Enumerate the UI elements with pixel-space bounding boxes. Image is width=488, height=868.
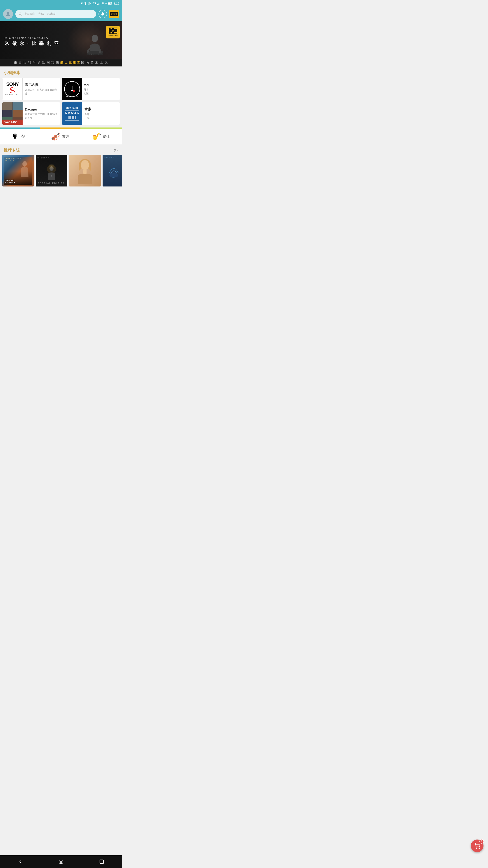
bluetooth-icon: ✖	[80, 2, 83, 5]
sony-logo: SONY CLASSICAL ™	[2, 78, 23, 100]
svg-rect-6	[98, 3, 99, 5]
meister-card-desc: 日本地区	[84, 88, 119, 95]
naxos-card[interactable]: 30 YEARS NAXOS 拿索 全球厂牌	[62, 102, 120, 125]
album2-title: SPECIAL EDITION	[38, 182, 65, 184]
search-placeholder: 搜索歌曲、专辑、艺术家	[24, 12, 56, 16]
dacapo-card-desc: 丹麦国立唱片品牌 - Hi-Res独家首发	[25, 112, 58, 120]
meister-card[interactable]: ♩ MEISTER MUSIC Mei 日本地区	[62, 78, 120, 100]
svg-rect-7	[99, 3, 99, 5]
dacapo-logo: DACAPO	[2, 102, 23, 125]
search-icon	[19, 12, 22, 16]
svg-marker-23	[112, 30, 114, 32]
lte-label: LTE	[92, 2, 96, 5]
naxos-card-desc: 全球厂牌	[85, 112, 118, 120]
album-card-1[interactable]: LIVING STEREO VET · A · A DEATH ANDTHE M…	[2, 155, 34, 186]
album-card-3[interactable]	[69, 155, 101, 186]
status-icons: ✖ LTE 76% 3:19	[80, 2, 119, 5]
albums-section-title: 推荐专辑	[4, 148, 20, 153]
video-label: 专辑附送视频	[108, 34, 118, 36]
video-badge[interactable]: 专辑附送视频	[106, 26, 120, 38]
microphone-icon: 🎙	[11, 132, 19, 141]
sony-card-name: 索尼古典	[25, 83, 58, 87]
bluetooth-icon	[84, 2, 87, 5]
svg-point-13	[19, 13, 21, 15]
dacapo-card[interactable]: DACAPO Dacapo 丹麦国立唱片品牌 - Hi-Res独家首发	[2, 102, 60, 125]
svg-point-25	[73, 90, 75, 92]
meister-card-info: Mei 日本地区	[82, 81, 120, 97]
section-title-recommended: 小编推荐	[0, 66, 122, 78]
albums-header: 推荐专辑 多>	[0, 145, 122, 155]
svg-text:The: The	[112, 177, 116, 178]
banner-subtitle-highlight: 爵 士 三 重 奏	[60, 61, 80, 65]
banner-content: MICHELINO BISCEGLIA 米 歇 尔 · 比 塞 利 亚	[0, 21, 122, 59]
albums-scroll: LIVING STEREO VET · A · A DEATH ANDTHE M…	[0, 155, 122, 186]
album-card-2[interactable]: 驯·SONAR SPECIAL EDITION	[36, 155, 67, 186]
header-right: Hi-Res AUDIO	[98, 10, 119, 18]
violin-icon: 🎻	[51, 132, 60, 141]
svg-rect-30	[84, 169, 87, 174]
albums-more-button[interactable]: 多>	[113, 148, 119, 152]
alarm-icon	[88, 2, 91, 5]
recommended-section: 小编推荐 SONY CLASSIC	[0, 66, 122, 125]
hires-badge: Hi-Res AUDIO	[109, 10, 119, 18]
sony-card-desc: 索尼古典 - 官方正版Hi-Res音源	[25, 88, 58, 95]
albums-section: 推荐专辑 多> LIVING STEREO VET · A · A DEATH …	[0, 145, 122, 189]
search-bar[interactable]: 搜索歌曲、专辑、艺术家	[15, 10, 96, 18]
sony-card[interactable]: SONY CLASSICAL ™ 索尼古典 索尼古	[2, 78, 60, 100]
banner-subtitle-end: 国 内 首 发 上 线	[81, 61, 108, 65]
svg-line-2	[89, 4, 90, 4]
album2-label: 驯·SONAR	[37, 157, 50, 159]
genre-classical[interactable]: 🎻 古典	[51, 132, 69, 141]
avatar[interactable]	[3, 9, 13, 19]
svg-point-15	[92, 35, 98, 42]
svg-rect-10	[111, 3, 112, 4]
saxophone-icon: 🎷	[92, 132, 101, 141]
meister-logo: ♩ MEISTER MUSIC	[62, 78, 82, 100]
genre-classical-label: 古典	[62, 134, 69, 139]
svg-point-26	[22, 161, 27, 166]
svg-rect-11	[108, 3, 110, 4]
battery-percent: 76%	[102, 2, 107, 5]
naxos-card-name: 拿索	[85, 107, 118, 112]
album4-label: LORI SUITE	[104, 156, 114, 158]
time-display: 3:19	[113, 2, 119, 5]
genre-section: 🎙 流行 🎻 古典 🎷 爵士	[0, 129, 122, 145]
film-icon	[109, 28, 117, 34]
meister-card-name: Mei	[84, 83, 119, 87]
bell-icon	[101, 12, 105, 16]
svg-rect-8	[100, 2, 100, 5]
svg-point-12	[7, 12, 9, 14]
pianist-image	[84, 29, 106, 59]
banner-subtitle: 来 自 比 利 时 的 欧 洲 顶 级 爵 士 三 重 奏 国 内 首 发 上 …	[0, 59, 122, 66]
genre-pop-label: 流行	[21, 134, 28, 139]
user-icon	[5, 11, 11, 17]
recommended-grid: SONY CLASSICAL ™ 索尼古典 索尼古	[0, 78, 122, 125]
banner-artist: MICHELINO BISCEGLIA 米 歇 尔 · 比 塞 利 亚	[4, 36, 60, 46]
dacapo-card-info: Dacapo 丹麦国立唱片品牌 - Hi-Res独家首发	[23, 105, 60, 121]
svg-line-3	[88, 2, 89, 2]
banner-subtitle-main: 来 自 比 利 时 的 欧 洲 顶 级	[14, 61, 59, 65]
dacapo-card-name: Dacapo	[25, 107, 58, 111]
naxos-logo: 30 YEARS NAXOS	[62, 102, 82, 125]
battery-icon	[108, 2, 112, 5]
banner-artist-en: MICHELINO BISCEGLIA	[4, 36, 60, 39]
genre-pop[interactable]: 🎙 流行	[11, 132, 28, 141]
banner: MICHELINO BISCEGLIA 米 歇 尔 · 比 塞 利 亚	[0, 21, 122, 66]
notification-button[interactable]	[98, 10, 107, 18]
header: 搜索歌曲、专辑、艺术家 Hi-Res AUDIO	[0, 7, 122, 21]
genre-jazz-label: 爵士	[103, 134, 110, 139]
album1-label: LIVING STEREO VET · A · A	[5, 158, 31, 161]
genre-jazz[interactable]: 🎷 爵士	[92, 132, 110, 141]
signal-icon	[97, 2, 101, 5]
banner-artist-cn: 米 歇 尔 · 比 塞 利 亚	[4, 40, 60, 46]
album-card-4[interactable]: LORI SUITE The	[103, 155, 122, 186]
svg-rect-5	[97, 4, 98, 5]
naxos-card-info: 拿索 全球厂牌	[82, 105, 120, 122]
sony-card-info: 索尼古典 索尼古典 - 官方正版Hi-Res音源	[23, 81, 60, 97]
svg-line-14	[21, 14, 22, 16]
status-bar: ✖ LTE 76% 3:19	[0, 0, 122, 7]
svg-line-4	[90, 2, 90, 2]
svg-point-29	[81, 160, 89, 170]
